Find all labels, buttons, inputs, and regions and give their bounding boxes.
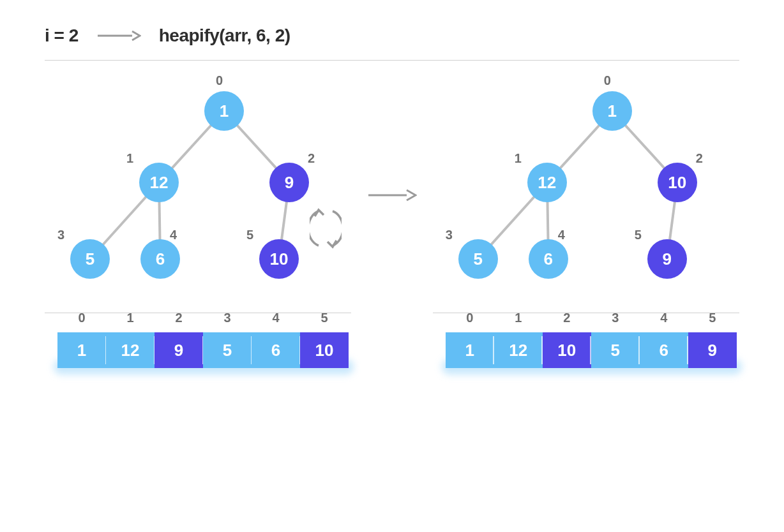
node-index: 3 (57, 228, 64, 242)
array-cell: 46 (252, 332, 300, 368)
array-cell: 35 (591, 332, 640, 368)
array-cell: 210 (543, 332, 591, 368)
header: i = 2 heapify(arr, 6, 2) (45, 26, 739, 46)
tree-node: 5 (70, 239, 110, 279)
tree-node: 12 (527, 163, 567, 202)
array-cell: 01 (57, 332, 106, 368)
arrow-right-icon (96, 29, 141, 42)
before-array: 01 112 29 35 46 510 (57, 332, 351, 368)
node-index: 5 (246, 228, 253, 242)
tree-node: 12 (139, 163, 179, 202)
after-tree: 1 0 12 1 10 2 5 3 6 4 9 5 (446, 80, 739, 297)
after-array: 01 112 210 35 46 59 (446, 332, 739, 368)
array-cell: 29 (155, 332, 203, 368)
after-panel: 1 0 12 1 10 2 5 3 6 4 9 5 01 112 210 35 … (433, 80, 739, 368)
before-panel: 1 0 12 1 9 2 5 3 6 4 10 5 (45, 80, 351, 368)
node-index: 4 (170, 228, 177, 242)
tree-node: 10 (259, 239, 299, 279)
header-divider (45, 60, 739, 61)
node-index: 4 (558, 228, 565, 242)
node-index: 2 (696, 151, 703, 166)
tree-node: 6 (140, 239, 180, 279)
panel-divider (45, 313, 351, 313)
call-label: heapify(arr, 6, 2) (159, 26, 290, 46)
tree-node: 9 (269, 163, 309, 202)
node-index: 1 (515, 151, 522, 166)
tree-node: 10 (658, 163, 697, 202)
panel-divider (433, 313, 739, 313)
before-tree: 1 0 12 1 9 2 5 3 6 4 10 5 (57, 80, 351, 297)
iteration-label: i = 2 (45, 26, 79, 46)
tree-node: 9 (647, 239, 687, 279)
node-index: 1 (126, 151, 133, 166)
array-cell: 112 (106, 332, 155, 368)
array-cell: 46 (640, 332, 688, 368)
tree-node: 1 (204, 91, 244, 131)
array-cell: 35 (203, 332, 252, 368)
node-index: 3 (446, 228, 453, 242)
node-index: 5 (635, 228, 642, 242)
transition-arrow (351, 80, 432, 202)
array-cell: 112 (494, 332, 543, 368)
array-cell: 510 (300, 332, 349, 368)
node-index: 0 (216, 73, 223, 88)
tree-node: 6 (529, 239, 568, 279)
node-index: 2 (308, 151, 315, 166)
tree-node: 5 (458, 239, 498, 279)
array-cell: 01 (446, 332, 494, 368)
swap-icon (310, 206, 342, 253)
tree-node: 1 (592, 91, 632, 131)
node-index: 0 (604, 73, 611, 88)
array-cell: 59 (688, 332, 737, 368)
